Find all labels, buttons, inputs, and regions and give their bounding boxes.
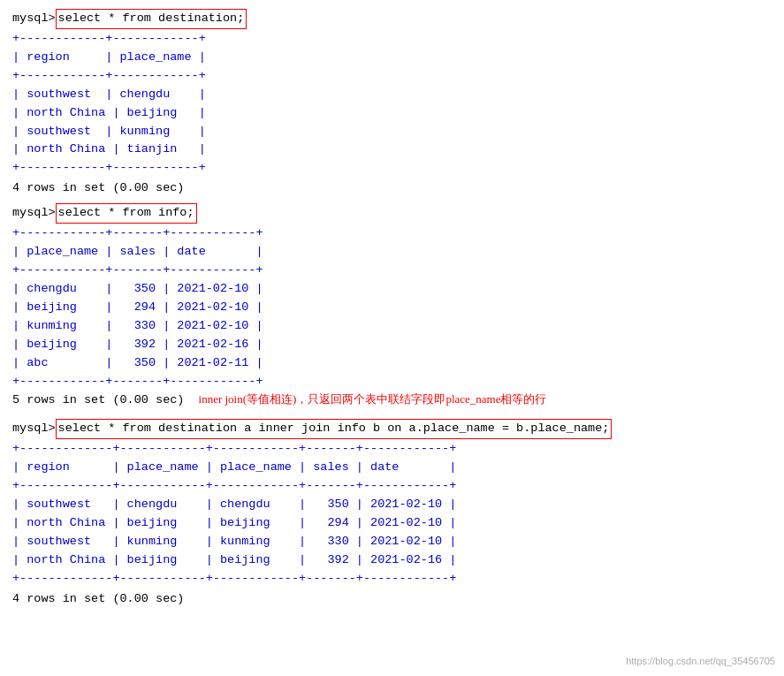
mysql-prompt-1: mysql> [12,10,56,28]
block-3: mysql> select * from destination a inner… [12,419,772,608]
result-1: 4 rows in set (0.00 sec) [12,179,772,198]
table-1: +------------+------------+ | region | p… [12,30,772,178]
result-text-2: 5 rows in set (0.00 sec) [12,393,184,406]
block-2: mysql> select * from info; +------------… [12,203,772,410]
prompt-line-2: mysql> select * from info; [12,203,772,224]
block-1: mysql> select * from destination; +-----… [12,9,772,198]
sql-command-2: select * from info; [56,203,197,224]
result-2: 5 rows in set (0.00 sec) inner join(等值相连… [12,393,546,406]
sql-command-1: select * from destination; [56,9,247,29]
mysql-prompt-2: mysql> [12,204,56,223]
prompt-line-1: mysql> select * from destination; [12,9,772,29]
result-3: 4 rows in set (0.00 sec) [12,590,772,609]
mysql-prompt-3: mysql> [12,420,56,438]
table-2: +------------+-------+------------+ | pl… [12,224,772,391]
inline-comment: inner join(等值相连)，只返回两个表中联结字段即place_name相… [199,392,547,406]
table-3: +-------------+------------+------------… [12,440,772,588]
sql-command-3: select * from destination a inner join i… [56,419,613,439]
prompt-line-3: mysql> select * from destination a inner… [12,419,772,439]
